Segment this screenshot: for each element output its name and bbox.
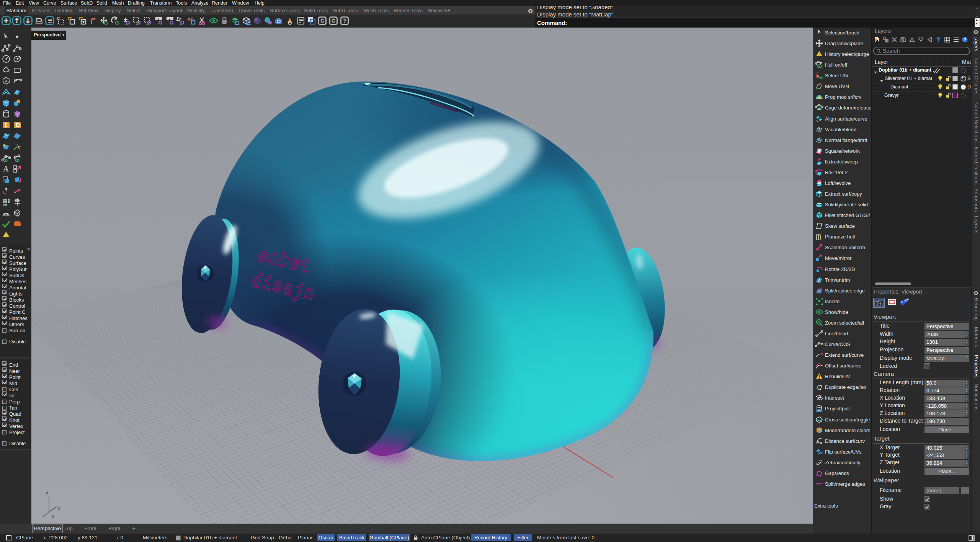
svg-text:{|}: {|} xyxy=(815,233,822,240)
svg-text:?: ? xyxy=(964,38,967,42)
svg-text:z: z xyxy=(46,490,49,496)
svg-text:G: G xyxy=(332,18,335,24)
svg-text:V: V xyxy=(821,77,823,80)
svg-text:G: G xyxy=(320,18,324,24)
svg-text:x: x xyxy=(51,513,54,519)
svg-text:?: ? xyxy=(343,18,346,24)
svg-text:A: A xyxy=(3,165,9,173)
svg-text:y: y xyxy=(58,504,61,511)
